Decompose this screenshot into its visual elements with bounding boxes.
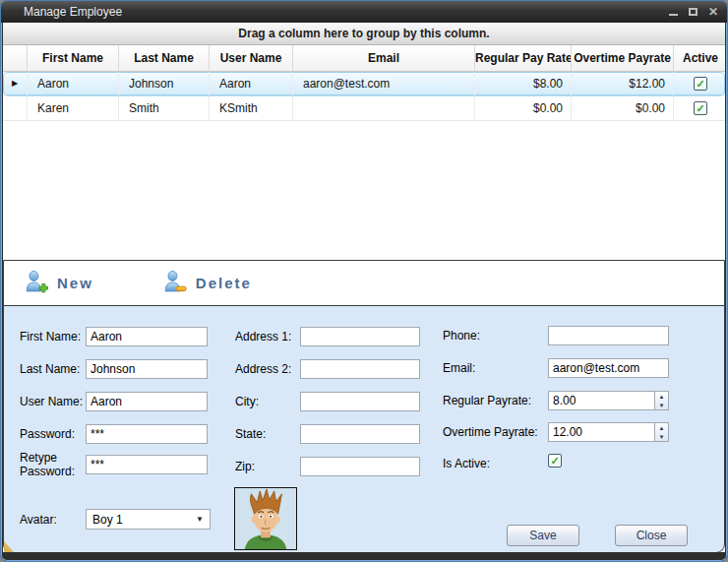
regular-payrate-stepper: ▲ ▼ [548,391,669,410]
person-remove-icon [162,270,187,297]
overtime-payrate-label: Overtime Payrate: [443,425,538,439]
minimize-icon[interactable] [669,14,678,16]
detail-panel: New [3,260,725,552]
phone-input[interactable] [548,326,669,345]
state-input[interactable] [300,424,420,444]
retype-password-label: Retype Password: [20,451,77,478]
cell-email [293,96,475,120]
cell-email: aaron@test.com [293,72,475,95]
window-title: Manage Employee [24,1,122,23]
address1-label: Address 1: [235,330,291,343]
column-header-active[interactable]: Active [674,45,725,71]
toolbar: New [4,261,724,306]
cell-first-name: Karen [28,96,119,120]
overtime-payrate-up-icon[interactable]: ▲ [655,423,668,432]
new-button-label: New [57,275,93,291]
cell-last-name: Johnson [119,72,210,95]
city-label: City: [235,395,259,408]
grid-header: First Name Last Name User Name Email Reg… [3,45,725,72]
avatar-image [234,487,297,550]
city-input[interactable] [300,392,420,411]
cell-last-name: Smith [119,96,210,120]
is-active-checkbox[interactable]: ✓ [548,454,562,468]
person-add-icon [24,270,48,297]
table-row[interactable]: Karen Smith KSmith $0.00 $0.00 ✓ [3,96,725,121]
regular-payrate-input[interactable] [548,391,654,410]
save-button[interactable]: Save [507,525,579,546]
cell-overtime-payrate: $12.00 [572,72,674,95]
column-header-regular-pay-rate[interactable]: Regular Pay Rate [475,45,572,71]
regular-payrate-up-icon[interactable]: ▲ [655,392,668,401]
phone-label: Phone: [443,329,480,343]
cell-user-name: KSmith [210,96,293,120]
column-header-overtime-payrate[interactable]: Overtime Payrate [572,45,674,71]
last-name-label: Last Name: [20,362,80,376]
address2-label: Address 2: [235,362,291,376]
user-name-input[interactable] [86,392,208,411]
overtime-payrate-input[interactable] [548,422,654,442]
column-header-last-name[interactable]: Last Name [119,45,210,71]
email-label: Email: [443,361,475,375]
avatar-dropdown[interactable]: Boy 1 ▼ [86,509,211,530]
manage-employee-window: Manage Employee ✕ Drag a column here to … [0,0,728,562]
regular-payrate-label: Regular Payrate: [443,394,531,407]
password-input[interactable] [86,424,208,444]
regular-payrate-down-icon[interactable]: ▼ [655,401,668,409]
retype-password-input[interactable] [86,455,208,474]
address2-input[interactable] [300,359,420,379]
grid-rows: ▶ Aaron Johnson Aaron aaron@test.com $8.… [3,72,725,121]
last-name-input[interactable] [86,359,208,379]
cell-user-name: Aaron [210,72,293,95]
state-label: State: [235,427,266,441]
row-indicator-icon: ▶ [12,72,18,95]
overtime-payrate-stepper: ▲ ▼ [548,422,669,442]
group-by-panel[interactable]: Drag a column here to group by this colu… [3,23,725,45]
overtime-payrate-down-icon[interactable]: ▼ [655,432,668,441]
column-header-email[interactable]: Email [293,45,475,71]
indicator-column-header [3,45,28,71]
column-header-first-name[interactable]: First Name [28,45,119,71]
maximize-icon[interactable] [689,8,698,16]
cell-regular-pay-rate: $0.00 [475,96,572,120]
avatar-dropdown-value: Boy 1 [92,513,123,527]
titlebar: Manage Employee ✕ [1,1,727,23]
boy-avatar-illustration [235,488,296,549]
cell-overtime-payrate: $0.00 [572,96,674,120]
first-name-label: First Name: [20,330,81,343]
cell-regular-pay-rate: $8.00 [475,72,572,95]
new-button[interactable]: New [18,266,99,301]
avatar-label: Avatar: [20,513,57,527]
password-label: Password: [20,427,75,441]
cell-first-name: Aaron [28,72,119,95]
column-header-user-name[interactable]: User Name [210,45,293,71]
close-icon[interactable]: ✕ [708,1,718,23]
user-name-label: User Name: [20,395,83,408]
address1-input[interactable] [300,327,420,346]
active-checkbox[interactable]: ✓ [694,77,707,91]
active-checkbox[interactable]: ✓ [694,101,707,115]
table-row[interactable]: ▶ Aaron Johnson Aaron aaron@test.com $8.… [3,72,725,96]
delete-button[interactable]: Delete [156,266,258,301]
zip-label: Zip: [235,460,255,473]
first-name-input[interactable] [86,327,208,346]
delete-button-label: Delete [196,275,252,291]
zip-input[interactable] [300,457,420,476]
close-button[interactable]: Close [615,525,688,546]
corner-decoration [4,541,15,552]
email-input[interactable] [548,358,669,378]
chevron-down-icon: ▼ [196,515,204,524]
client-area: Drag a column here to group by this colu… [3,23,725,552]
is-active-label: Is Active: [443,457,490,470]
